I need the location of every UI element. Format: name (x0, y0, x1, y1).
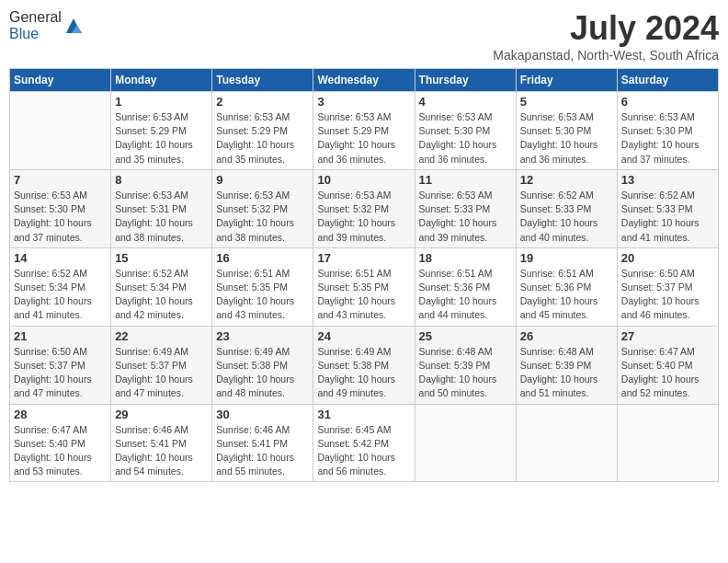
logo: General Blue (9, 9, 84, 41)
calendar-cell: 16Sunrise: 6:51 AM Sunset: 5:35 PM Dayli… (212, 247, 313, 326)
week-row-2: 7Sunrise: 6:53 AM Sunset: 5:30 PM Daylig… (10, 169, 719, 247)
calendar-cell: 6Sunrise: 6:53 AM Sunset: 5:30 PM Daylig… (617, 92, 718, 170)
week-row-3: 14Sunrise: 6:52 AM Sunset: 5:34 PM Dayli… (10, 247, 719, 326)
calendar-cell: 9Sunrise: 6:53 AM Sunset: 5:32 PM Daylig… (212, 169, 313, 247)
cell-info: Sunrise: 6:51 AM Sunset: 5:35 PM Dayligh… (317, 267, 410, 323)
day-number: 22 (115, 329, 208, 343)
day-number: 27 (621, 329, 714, 343)
cell-info: Sunrise: 6:52 AM Sunset: 5:33 PM Dayligh… (520, 189, 613, 245)
day-number: 1 (115, 95, 208, 109)
calendar-cell: 3Sunrise: 6:53 AM Sunset: 5:29 PM Daylig… (313, 92, 415, 170)
day-number: 30 (216, 408, 309, 421)
day-number: 14 (14, 251, 107, 265)
calendar-cell (617, 404, 718, 482)
calendar-cell: 29Sunrise: 6:46 AM Sunset: 5:41 PM Dayli… (111, 404, 212, 482)
cell-info: Sunrise: 6:51 AM Sunset: 5:36 PM Dayligh… (520, 267, 613, 323)
cell-info: Sunrise: 6:53 AM Sunset: 5:30 PM Dayligh… (621, 110, 714, 167)
cell-info: Sunrise: 6:52 AM Sunset: 5:34 PM Dayligh… (115, 267, 208, 323)
calendar-cell: 20Sunrise: 6:50 AM Sunset: 5:37 PM Dayli… (617, 247, 718, 326)
day-number: 20 (621, 251, 714, 265)
day-number: 3 (317, 95, 410, 109)
calendar-cell: 25Sunrise: 6:48 AM Sunset: 5:39 PM Dayli… (415, 326, 516, 404)
title-block: July 2024 Makapanstad, North-West, South… (493, 9, 719, 63)
calendar-cell (516, 404, 617, 482)
calendar-cell: 2Sunrise: 6:53 AM Sunset: 5:29 PM Daylig… (212, 92, 313, 170)
calendar-cell: 22Sunrise: 6:49 AM Sunset: 5:37 PM Dayli… (111, 326, 212, 404)
day-number: 18 (419, 251, 512, 265)
cell-info: Sunrise: 6:53 AM Sunset: 5:29 PM Dayligh… (115, 110, 208, 167)
calendar-cell: 8Sunrise: 6:53 AM Sunset: 5:31 PM Daylig… (111, 169, 212, 247)
calendar-cell: 10Sunrise: 6:53 AM Sunset: 5:32 PM Dayli… (313, 169, 415, 247)
weekday-header-sunday: Sunday (10, 69, 111, 92)
day-number: 6 (621, 95, 714, 109)
weekday-header-saturday: Saturday (617, 69, 718, 92)
cell-info: Sunrise: 6:53 AM Sunset: 5:32 PM Dayligh… (317, 189, 410, 245)
cell-info: Sunrise: 6:53 AM Sunset: 5:33 PM Dayligh… (419, 189, 512, 245)
calendar-cell: 24Sunrise: 6:49 AM Sunset: 5:38 PM Dayli… (313, 326, 415, 404)
logo-general: General (9, 9, 62, 25)
day-number: 12 (520, 173, 613, 187)
cell-info: Sunrise: 6:53 AM Sunset: 5:29 PM Dayligh… (216, 110, 309, 167)
location: Makapanstad, North-West, South Africa (493, 48, 719, 63)
calendar-cell: 27Sunrise: 6:47 AM Sunset: 5:40 PM Dayli… (617, 326, 718, 404)
calendar-cell: 11Sunrise: 6:53 AM Sunset: 5:33 PM Dayli… (415, 169, 516, 247)
day-number: 10 (317, 173, 410, 187)
day-number: 5 (520, 95, 613, 109)
calendar-cell: 4Sunrise: 6:53 AM Sunset: 5:30 PM Daylig… (415, 92, 516, 170)
cell-info: Sunrise: 6:49 AM Sunset: 5:38 PM Dayligh… (216, 345, 309, 401)
calendar-cell (10, 92, 111, 170)
day-number: 29 (115, 408, 208, 421)
calendar-cell: 1Sunrise: 6:53 AM Sunset: 5:29 PM Daylig… (111, 92, 212, 170)
cell-info: Sunrise: 6:50 AM Sunset: 5:37 PM Dayligh… (621, 267, 714, 323)
day-number: 13 (621, 173, 714, 187)
cell-info: Sunrise: 6:51 AM Sunset: 5:36 PM Dayligh… (419, 267, 512, 323)
cell-info: Sunrise: 6:53 AM Sunset: 5:32 PM Dayligh… (216, 189, 309, 245)
cell-info: Sunrise: 6:51 AM Sunset: 5:35 PM Dayligh… (216, 267, 309, 323)
weekday-header-thursday: Thursday (415, 69, 516, 92)
day-number: 24 (317, 329, 410, 343)
cell-info: Sunrise: 6:52 AM Sunset: 5:33 PM Dayligh… (621, 189, 714, 245)
day-number: 19 (520, 251, 613, 265)
calendar-cell: 15Sunrise: 6:52 AM Sunset: 5:34 PM Dayli… (111, 247, 212, 326)
week-row-4: 21Sunrise: 6:50 AM Sunset: 5:37 PM Dayli… (10, 326, 719, 404)
logo-text: General Blue (9, 9, 62, 41)
cell-info: Sunrise: 6:50 AM Sunset: 5:37 PM Dayligh… (14, 345, 107, 401)
weekday-header-tuesday: Tuesday (212, 69, 313, 92)
day-number: 9 (216, 173, 309, 187)
day-number: 7 (14, 173, 107, 187)
cell-info: Sunrise: 6:53 AM Sunset: 5:30 PM Dayligh… (520, 110, 613, 167)
cell-info: Sunrise: 6:53 AM Sunset: 5:30 PM Dayligh… (419, 110, 512, 167)
cell-info: Sunrise: 6:52 AM Sunset: 5:34 PM Dayligh… (14, 267, 107, 323)
logo-blue: Blue (9, 26, 39, 41)
calendar-cell: 31Sunrise: 6:45 AM Sunset: 5:42 PM Dayli… (313, 404, 415, 482)
day-number: 25 (419, 329, 512, 343)
cell-info: Sunrise: 6:46 AM Sunset: 5:41 PM Dayligh… (216, 423, 309, 479)
calendar-cell: 17Sunrise: 6:51 AM Sunset: 5:35 PM Dayli… (313, 247, 415, 326)
calendar-cell: 18Sunrise: 6:51 AM Sunset: 5:36 PM Dayli… (415, 247, 516, 326)
cell-info: Sunrise: 6:53 AM Sunset: 5:29 PM Dayligh… (317, 110, 410, 167)
weekday-header-wednesday: Wednesday (313, 69, 415, 92)
day-number: 8 (115, 173, 208, 187)
calendar-cell: 30Sunrise: 6:46 AM Sunset: 5:41 PM Dayli… (212, 404, 313, 482)
cell-info: Sunrise: 6:53 AM Sunset: 5:31 PM Dayligh… (115, 189, 208, 245)
day-number: 23 (216, 329, 309, 343)
week-row-1: 1Sunrise: 6:53 AM Sunset: 5:29 PM Daylig… (10, 92, 719, 170)
day-number: 2 (216, 95, 309, 109)
calendar-cell: 21Sunrise: 6:50 AM Sunset: 5:37 PM Dayli… (10, 326, 111, 404)
calendar-cell: 5Sunrise: 6:53 AM Sunset: 5:30 PM Daylig… (516, 92, 617, 170)
cell-info: Sunrise: 6:48 AM Sunset: 5:39 PM Dayligh… (520, 345, 613, 401)
month-title: July 2024 (493, 9, 719, 48)
calendar-cell: 19Sunrise: 6:51 AM Sunset: 5:36 PM Dayli… (516, 247, 617, 326)
calendar-cell: 13Sunrise: 6:52 AM Sunset: 5:33 PM Dayli… (617, 169, 718, 247)
calendar-cell (415, 404, 516, 482)
cell-info: Sunrise: 6:46 AM Sunset: 5:41 PM Dayligh… (115, 423, 208, 479)
logo-icon (63, 16, 84, 36)
day-number: 15 (115, 251, 208, 265)
week-row-5: 28Sunrise: 6:47 AM Sunset: 5:40 PM Dayli… (10, 404, 719, 482)
calendar-cell: 12Sunrise: 6:52 AM Sunset: 5:33 PM Dayli… (516, 169, 617, 247)
day-number: 17 (317, 251, 410, 265)
cell-info: Sunrise: 6:49 AM Sunset: 5:38 PM Dayligh… (317, 345, 410, 401)
calendar-cell: 28Sunrise: 6:47 AM Sunset: 5:40 PM Dayli… (10, 404, 111, 482)
calendar-cell: 7Sunrise: 6:53 AM Sunset: 5:30 PM Daylig… (10, 169, 111, 247)
day-number: 11 (419, 173, 512, 187)
